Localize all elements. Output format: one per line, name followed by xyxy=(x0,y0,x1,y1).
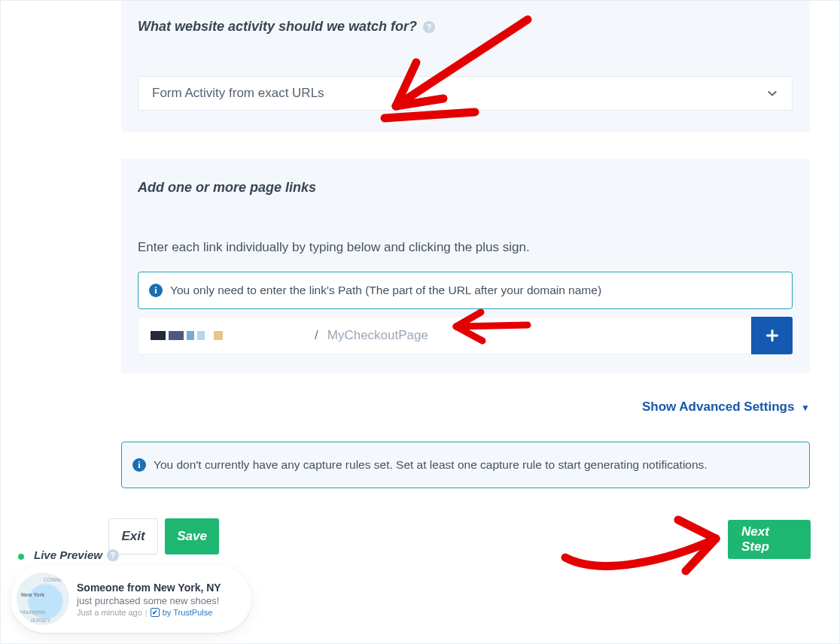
chevron-down-icon xyxy=(766,87,778,99)
toast-title: Someone from New York, NY xyxy=(77,582,241,594)
links-panel-title: Add one or more page links xyxy=(138,180,316,196)
link-path-input[interactable]: / MyCheckoutPage xyxy=(138,317,751,354)
path-separator: / xyxy=(315,328,318,343)
add-link-button[interactable] xyxy=(751,317,793,354)
toast-subtitle: just purchased some new shoes! xyxy=(77,595,241,606)
links-panel: Add one or more page links Enter each li… xyxy=(121,159,810,373)
warning-text: You don't currently have any capture rul… xyxy=(154,458,708,472)
toast-time: Just a minute ago xyxy=(77,608,142,617)
help-icon[interactable]: ? xyxy=(423,21,435,33)
activity-title-text: What website activity should we watch fo… xyxy=(138,19,417,35)
annotation-arrow-3 xyxy=(554,505,731,591)
help-icon[interactable]: ? xyxy=(107,549,119,561)
toast-body: Someone from New York, NY just purchased… xyxy=(77,582,241,617)
preview-toast: CONNEC New York Philadelphia JERSEY Some… xyxy=(11,565,251,633)
activity-panel-title: What website activity should we watch fo… xyxy=(138,19,435,35)
activity-type-value: Form Activity from exact URLs xyxy=(152,86,324,101)
toast-brand[interactable]: by TrustPulse xyxy=(163,608,213,617)
trustpulse-badge-icon: ✔ xyxy=(151,608,160,617)
activity-panel: What website activity should we watch fo… xyxy=(121,1,810,132)
no-rules-warning: i You don't currently have any capture r… xyxy=(121,442,810,488)
toast-meta: Just a minute ago | ✔ by TrustPulse xyxy=(77,608,241,617)
next-step-button[interactable]: Next Step xyxy=(728,520,811,559)
save-button[interactable]: Save xyxy=(165,518,219,554)
caret-down-icon: ▼ xyxy=(801,402,810,413)
live-preview-label: Live Preview ? xyxy=(34,548,119,561)
links-info-text: You only need to enter the link's Path (… xyxy=(170,284,601,297)
links-title-text: Add one or more page links xyxy=(138,180,316,196)
toast-map-icon: CONNEC New York Philadelphia JERSEY xyxy=(17,573,69,625)
path-placeholder: MyCheckoutPage xyxy=(327,328,428,343)
link-input-row: / MyCheckoutPage xyxy=(138,317,793,354)
show-advanced-settings-link[interactable]: Show Advanced Settings ▼ xyxy=(121,399,810,415)
advanced-link-text: Show Advanced Settings xyxy=(642,399,794,414)
live-status-dot xyxy=(18,554,24,560)
domain-redacted xyxy=(151,331,223,340)
links-instruction: Enter each link individually by typing b… xyxy=(138,240,530,255)
info-icon: i xyxy=(132,458,146,472)
activity-type-select[interactable]: Form Activity from exact URLs xyxy=(138,76,793,111)
links-info-callout: i You only need to enter the link's Path… xyxy=(138,272,793,309)
info-icon: i xyxy=(149,284,163,297)
